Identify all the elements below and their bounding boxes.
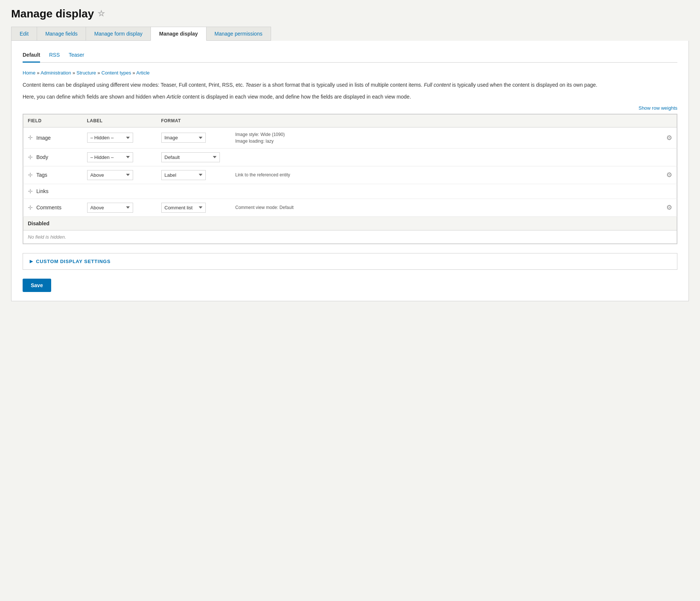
- settings-icon-tags[interactable]: ⚙: [666, 171, 672, 179]
- sub-tab-default[interactable]: Default: [23, 50, 40, 63]
- page-title: Manage display ☆: [11, 7, 689, 20]
- drag-handle-icon[interactable]: ✛: [28, 134, 33, 141]
- save-button[interactable]: Save: [23, 279, 51, 292]
- settings-icon-image[interactable]: ⚙: [666, 134, 672, 142]
- label-select-image[interactable]: – Hidden – Above Inline Visually hidden: [87, 133, 133, 143]
- tab-manage-permissions[interactable]: Manage permissions: [206, 27, 271, 41]
- disabled-label: Disabled: [28, 220, 49, 226]
- breadcrumb-home[interactable]: Home: [23, 70, 36, 76]
- tab-manage-fields[interactable]: Manage fields: [37, 27, 86, 41]
- sub-tab-rss[interactable]: RSS: [49, 50, 60, 63]
- format-select-comments[interactable]: Comment list Default Hidden: [161, 203, 206, 213]
- field-table-container: FIELD LABEL FORMAT ✛ Image: [23, 114, 677, 244]
- show-row-weights-link[interactable]: Show row weights: [23, 105, 677, 111]
- format-info-comments: Comment view mode: Default: [235, 205, 294, 210]
- field-label-links: Links: [36, 188, 49, 194]
- table-row: ✛ Links: [23, 184, 677, 199]
- label-select-comments[interactable]: – Hidden – Above Inline Visually hidden: [87, 203, 133, 213]
- table-row: ✛ Tags – Hidden – Above Inline Visually …: [23, 166, 677, 184]
- table-row: ✛ Body – Hidden – Above Inline Visually …: [23, 148, 677, 166]
- format-select-tags[interactable]: Label Default Hidden: [161, 170, 206, 180]
- col-header-settings: [662, 114, 677, 127]
- breadcrumb: Home » Administration » Structure » Cont…: [23, 70, 677, 76]
- field-label-tags: Tags: [36, 172, 47, 178]
- drag-handle-icon[interactable]: ✛: [28, 172, 33, 179]
- breadcrumb-content-types[interactable]: Content types: [102, 70, 131, 76]
- tab-manage-form-display[interactable]: Manage form display: [86, 27, 151, 41]
- breadcrumb-structure[interactable]: Structure: [76, 70, 96, 76]
- favorite-star-icon[interactable]: ☆: [98, 9, 105, 19]
- no-field-hidden-text: No field is hidden.: [28, 234, 66, 240]
- col-header-label: LABEL: [83, 114, 157, 127]
- show-row-weights-anchor[interactable]: Show row weights: [638, 105, 677, 111]
- col-header-field: FIELD: [23, 114, 83, 127]
- format-select-body[interactable]: Default Trimmed Summary or trimmed Hidde…: [161, 152, 220, 162]
- table-row: ✛ Comments – Hidden – Above Inline Visua…: [23, 199, 677, 216]
- breadcrumb-article[interactable]: Article: [136, 70, 149, 76]
- page-title-text: Manage display: [11, 7, 94, 20]
- tab-manage-display[interactable]: Manage display: [151, 27, 206, 41]
- no-field-hidden-row: No field is hidden.: [23, 230, 677, 243]
- triangle-icon: ▶: [30, 259, 33, 264]
- settings-icon-comments[interactable]: ⚙: [666, 204, 672, 211]
- format-info-tags: Link to the referenced entity: [235, 172, 290, 177]
- field-label-body: Body: [36, 154, 48, 160]
- label-select-body[interactable]: – Hidden – Above Inline Visually hidden: [87, 152, 133, 162]
- field-label-comments: Comments: [36, 205, 62, 210]
- description-line1: Content items can be displayed using dif…: [23, 81, 677, 89]
- format-select-image[interactable]: Image Default URL to image Hidden: [161, 133, 206, 143]
- label-select-tags[interactable]: – Hidden – Above Inline Visually hidden: [87, 170, 133, 180]
- sub-tab-teaser[interactable]: Teaser: [69, 50, 84, 63]
- custom-display-header[interactable]: ▶ CUSTOM DISPLAY SETTINGS: [23, 253, 677, 269]
- table-row: ✛ Image – Hidden – Above Inline Visually…: [23, 127, 677, 148]
- primary-tabs: Edit Manage fields Manage form display M…: [11, 27, 689, 41]
- drag-handle-icon[interactable]: ✛: [28, 188, 33, 195]
- field-table: FIELD LABEL FORMAT ✛ Image: [23, 114, 677, 244]
- tab-edit[interactable]: Edit: [11, 27, 37, 41]
- custom-display-settings: ▶ CUSTOM DISPLAY SETTINGS: [23, 253, 677, 270]
- breadcrumb-administration[interactable]: Administration: [40, 70, 71, 76]
- format-info-image: Image style: Wide (1090)Image loading: l…: [235, 132, 285, 144]
- description-line2: Here, you can define which fields are sh…: [23, 93, 677, 101]
- col-header-format: FORMAT: [157, 114, 231, 127]
- disabled-section-header: Disabled: [23, 216, 677, 230]
- col-header-info: [231, 114, 662, 127]
- field-label-image: Image: [36, 135, 51, 141]
- drag-handle-icon[interactable]: ✛: [28, 204, 33, 211]
- content-area: Default RSS Teaser Home » Administration…: [11, 41, 689, 301]
- drag-handle-icon[interactable]: ✛: [28, 154, 33, 161]
- custom-display-settings-link[interactable]: CUSTOM DISPLAY SETTINGS: [36, 259, 110, 264]
- sub-tabs: Default RSS Teaser: [23, 50, 677, 63]
